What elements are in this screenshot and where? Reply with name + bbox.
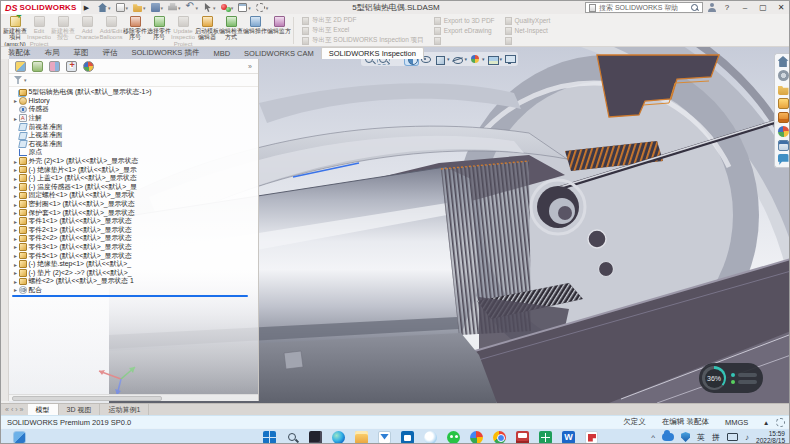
tree-row[interactable]: 上视基准面 xyxy=(12,131,258,140)
chevron-down-icon[interactable]: ▾ xyxy=(196,5,199,11)
expand-caret-icon[interactable]: ▸ xyxy=(12,218,19,225)
ribbon-button[interactable]: 编辑操作 xyxy=(243,15,267,46)
task-pane-tab-icon[interactable] xyxy=(778,112,789,123)
tree-filter-bar[interactable]: ▾ xyxy=(9,74,258,87)
ribbon-button[interactable]: Edit Inspection Project xyxy=(27,15,51,46)
taskbar-app[interactable] xyxy=(424,431,437,444)
tree-horizontal-scrollbar[interactable] xyxy=(9,394,258,401)
tab-nav-arrow[interactable]: › xyxy=(15,406,17,413)
panel-tab-icon[interactable] xyxy=(66,61,77,72)
taskbar-app[interactable] xyxy=(309,431,322,444)
task-pane-tab-icon[interactable] xyxy=(778,154,789,165)
expand-caret-icon[interactable]: ▸ xyxy=(12,261,19,268)
widgets-icon[interactable] xyxy=(13,431,26,444)
ribbon-button[interactable]: 新建检查报告 xyxy=(51,15,75,46)
command-tab[interactable]: 装配体 xyxy=(1,47,38,59)
help-button[interactable]: ? xyxy=(720,3,734,12)
chevron-down-icon[interactable]: ▾ xyxy=(266,5,269,11)
ribbon-button[interactable]: Update Inspection Project xyxy=(171,15,195,46)
task-pane-tab-icon[interactable] xyxy=(778,126,789,137)
tree-row[interactable]: ▸ 零件1<1> (默认<<默认>_显示状态 xyxy=(12,217,258,226)
quick-access-button[interactable]: ▾ xyxy=(168,3,181,12)
expand-caret-icon[interactable]: ▸ xyxy=(12,158,19,165)
ribbon-button[interactable]: 新建检查项目 (amp;N) xyxy=(3,15,27,46)
ribbon-button[interactable]: 编辑检查方式 xyxy=(219,15,243,46)
taskbar-app[interactable] xyxy=(286,431,299,444)
taskbar-app[interactable] xyxy=(470,431,483,444)
ribbon-export-item[interactable]: QualityXpert xyxy=(505,16,551,26)
chevron-down-icon[interactable]: ▾ xyxy=(213,5,216,11)
status-item[interactable]: ▴ xyxy=(764,418,768,427)
command-tab[interactable]: SOLIDWORKS 插件 xyxy=(125,47,207,59)
view-tool-button[interactable]: ▾ xyxy=(468,53,485,65)
taskbar-app[interactable] xyxy=(585,431,598,444)
task-pane-tab-icon[interactable] xyxy=(778,70,789,81)
zoom-indicator-badge[interactable]: 36% xyxy=(699,363,763,393)
ribbon-export-item[interactable]: Export eDrawing xyxy=(434,26,495,36)
view-tool-button[interactable]: ▾ xyxy=(433,53,450,65)
tree-row[interactable]: ▸ (-) 绝缘垫片<1> (默认<<默认>_显示 xyxy=(12,165,258,174)
panel-tabs-overflow[interactable]: » xyxy=(248,63,252,70)
tree-row[interactable]: 原点 xyxy=(12,148,258,157)
taskbar-app[interactable] xyxy=(516,431,529,444)
tree-row[interactable]: ▸ 注解 xyxy=(12,114,258,123)
chevron-down-icon[interactable]: ▾ xyxy=(500,56,503,62)
tray-expand-icon[interactable]: ^ xyxy=(651,433,655,442)
expand-caret-icon[interactable]: ▸ xyxy=(12,269,19,276)
status-item[interactable]: 欠定义 xyxy=(623,417,646,427)
taskbar-app[interactable] xyxy=(539,431,552,444)
ime-language-indicator[interactable]: 英 xyxy=(697,432,705,443)
ribbon-export-item[interactable] xyxy=(434,36,495,46)
quick-access-button[interactable]: ▾ xyxy=(221,3,234,12)
tree-row[interactable]: ▸ 固定螺栓<1> (默认<<默认>_显示状 xyxy=(12,191,258,200)
tree-row[interactable]: ▸ 密封圈<1> (默认<<默认>_显示状态 xyxy=(12,200,258,209)
user-account-icon[interactable] xyxy=(707,3,716,12)
model-tab[interactable]: 模型 xyxy=(28,404,59,415)
chevron-down-icon[interactable]: ▾ xyxy=(178,5,181,11)
tree-row[interactable]: ▸ 零件3<1> (默认<<默认>_显示状态 xyxy=(12,243,258,252)
command-tab[interactable]: 评估 xyxy=(96,47,125,59)
menu-flyout-icon[interactable]: ▶ xyxy=(84,4,89,12)
taskbar-app[interactable] xyxy=(401,431,414,444)
chevron-down-icon[interactable]: ▾ xyxy=(143,5,146,11)
ribbon-button[interactable]: 移除零件序号 xyxy=(123,15,147,46)
search-icon[interactable] xyxy=(690,3,699,12)
tree-row[interactable]: 5型铝轴热电偶 (默认<默认_显示状态-1>) xyxy=(12,88,258,97)
volume-icon[interactable]: ♪ xyxy=(745,433,749,442)
command-tab[interactable]: MBD xyxy=(206,48,237,59)
expand-caret-icon[interactable]: ▸ xyxy=(12,201,19,208)
ribbon-export-item[interactable]: 导出至 2D PDF xyxy=(302,16,424,26)
taskbar-clock[interactable]: 15:59 2022/8/15 xyxy=(756,430,785,444)
expand-caret-icon[interactable]: ▸ xyxy=(12,166,19,173)
taskbar-app[interactable]: W xyxy=(562,431,575,444)
chevron-down-icon[interactable]: ▾ xyxy=(248,5,251,11)
defender-shield-icon[interactable] xyxy=(681,432,690,442)
tree-row[interactable]: ▸ 螺栓<2> (默认<<默认>_显示状态 1 xyxy=(12,277,258,286)
tree-row[interactable]: ▸ (-) 绝缘垫.step<1> (默认<<默认>_ xyxy=(12,260,258,269)
search-input[interactable]: 搜索 SOLIDWORKS 帮助 xyxy=(585,2,703,13)
taskbar-app[interactable] xyxy=(447,431,460,444)
tree-row[interactable]: ▸ History xyxy=(12,97,258,106)
command-tab[interactable]: 草图 xyxy=(67,47,96,59)
view-tool-button[interactable]: ▾ xyxy=(451,53,468,65)
ribbon-export-item[interactable]: 导出至 Excel xyxy=(302,26,424,36)
quick-access-button[interactable]: ▾ xyxy=(186,3,199,12)
close-button[interactable]: ✕ xyxy=(774,3,788,12)
ribbon-export-item[interactable]: 导出至 SOLIDWORKS Inspection 项目 xyxy=(302,36,424,46)
expand-caret-icon[interactable]: ▸ xyxy=(12,115,19,122)
expand-caret-icon[interactable]: ▸ xyxy=(12,183,19,190)
onedrive-icon[interactable] xyxy=(662,433,674,441)
model-tab[interactable]: 运动算例1 xyxy=(100,404,149,415)
expand-caret-icon[interactable]: ▸ xyxy=(12,243,19,250)
tree-row[interactable]: 传感器 xyxy=(12,105,258,114)
expand-caret-icon[interactable]: ▸ xyxy=(12,97,19,104)
quick-access-button[interactable]: ▾ xyxy=(151,3,164,12)
chevron-down-icon[interactable]: ▾ xyxy=(465,56,468,62)
tree-row[interactable]: ▸ 外壳 (2)<1> (默认<<默认>_显示状态 xyxy=(12,157,258,166)
ime-mode-indicator[interactable]: 拼 xyxy=(712,432,720,443)
taskbar-app[interactable] xyxy=(355,431,368,444)
tree-row[interactable]: ▸ 零件2<2> (默认<<默认>_显示状态 xyxy=(12,234,258,243)
expand-caret-icon[interactable]: ▸ xyxy=(12,252,19,259)
tree-row[interactable]: ▸ (-) 上盖<1> (默认<<默认>_显示状态 xyxy=(12,174,258,183)
chevron-down-icon[interactable]: ▾ xyxy=(447,56,450,62)
